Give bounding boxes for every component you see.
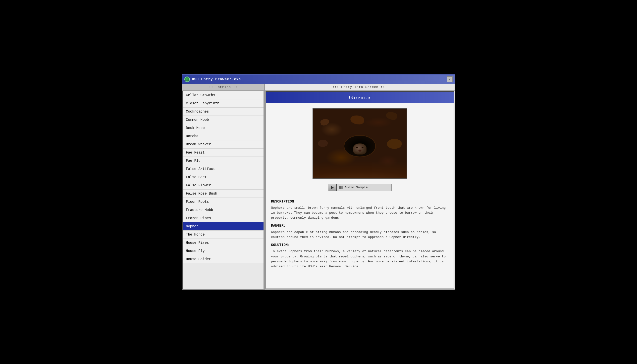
main-window: HSH Entry Browser.exe ✕ :: Entries :: Ce… <box>182 74 455 290</box>
list-item-gopher[interactable]: Gopher <box>183 222 264 230</box>
solution-heading: SOLUTION: <box>271 242 449 248</box>
list-item-house-fires[interactable]: House Fires <box>183 239 264 247</box>
entries-header: :: Entries :: <box>182 84 264 91</box>
list-item-false-artifact[interactable]: False Artifact <box>183 165 264 173</box>
gopher-eye-left <box>356 147 358 148</box>
list-item-frozen-pipes[interactable]: Frozen Pipes <box>183 214 264 222</box>
danger-heading: DANGER: <box>271 223 449 228</box>
audio-player: Audio Sample <box>266 182 454 194</box>
list-item-false-flower[interactable]: False Flower <box>183 182 264 190</box>
left-panel: :: Entries :: Cellar GrowthsCloset Labyr… <box>182 84 265 290</box>
title-bar: HSH Entry Browser.exe ✕ <box>182 75 455 84</box>
title-bar-left: HSH Entry Browser.exe <box>184 76 241 82</box>
list-item-false-beet[interactable]: False Beet <box>183 173 264 182</box>
description-body: Gophers are small, brown furry mammals w… <box>271 206 449 220</box>
list-item-dorcha[interactable]: Dorcha <box>183 132 264 140</box>
play-button[interactable] <box>328 184 336 191</box>
list-item-closet-labyrinth[interactable]: Closet Labyrinth <box>183 100 264 108</box>
entry-info-header: ::: Entry Info Screen ::: <box>265 84 455 91</box>
main-area: :: Entries :: Cellar GrowthsCloset Labyr… <box>182 84 455 290</box>
entry-image-container <box>266 103 454 182</box>
list-item-cockroaches[interactable]: Cockroaches <box>183 108 264 116</box>
gopher-head <box>353 143 367 154</box>
entry-display: Gopher <box>266 91 454 289</box>
list-item-dream-weaver[interactable]: Dream Weaver <box>183 140 264 148</box>
list-item-the-horde[interactable]: The Horde <box>183 230 264 239</box>
entry-list[interactable]: Cellar GrowthsCloset LabyrinthCockroache… <box>182 91 264 290</box>
list-container: Cellar GrowthsCloset LabyrinthCockroache… <box>182 91 264 290</box>
audio-label: Audio Sample <box>344 186 389 189</box>
audio-icon <box>339 186 343 189</box>
gopher-nose <box>358 150 361 152</box>
list-item-common-hobb[interactable]: Common Hobb <box>183 116 264 124</box>
window-title: HSH Entry Browser.exe <box>192 77 241 81</box>
play-icon <box>331 186 334 190</box>
list-item-fae-flu[interactable]: Fae Flu <box>183 157 264 165</box>
right-panel: ::: Entry Info Screen ::: Gopher <box>265 84 455 290</box>
list-item-house-fly[interactable]: House Fly <box>183 247 264 255</box>
list-item-false-rose-bush[interactable]: False Rose Bush <box>183 190 264 198</box>
list-item-floor-roots[interactable]: Floor Roots <box>183 198 264 206</box>
audio-label-container: Audio Sample <box>336 184 392 191</box>
description-heading: DESCRIPTION: <box>271 199 449 204</box>
gopher-scene <box>313 108 406 178</box>
danger-body: Gophers are capable of biting humans and… <box>271 230 449 240</box>
list-item-cellar-growths[interactable]: Cellar Growths <box>183 91 264 100</box>
app-icon <box>184 76 190 82</box>
close-button[interactable]: ✕ <box>447 76 453 82</box>
entry-title: Gopher <box>266 92 454 103</box>
list-item-desk-hobb[interactable]: Desk Hobb <box>183 124 264 132</box>
list-item-house-spider[interactable]: House Spider <box>183 255 264 263</box>
entry-text-content: DESCRIPTION: Gophers are small, brown fu… <box>266 194 454 276</box>
gopher-eye-right <box>362 147 363 148</box>
solution-body: To evict Gophers from their burrows, a v… <box>271 249 449 269</box>
list-item-fracture-hobb[interactable]: Fracture Hobb <box>183 206 264 214</box>
entry-image <box>313 108 407 179</box>
list-item-fae-feast[interactable]: Fae Feast <box>183 148 264 157</box>
